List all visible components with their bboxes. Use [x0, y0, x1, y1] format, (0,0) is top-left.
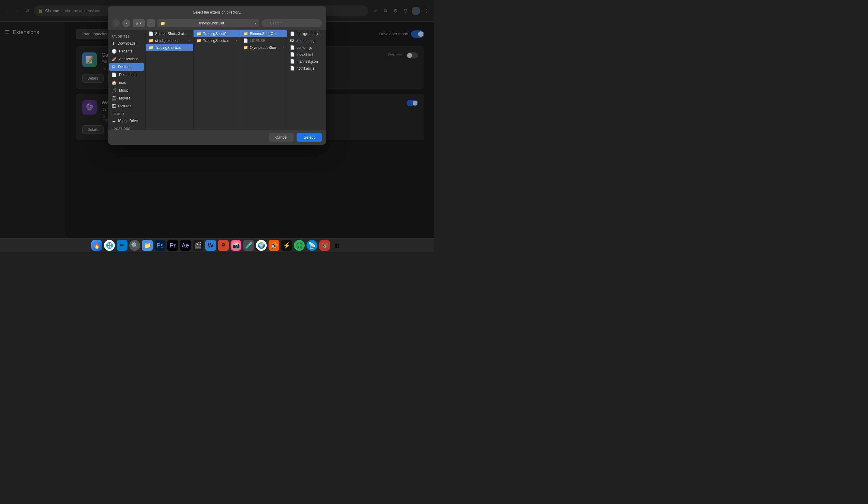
folder-label-3c: OlymptradeShortCut [250, 45, 281, 50]
folder-icon-selected: 📁 [148, 45, 153, 50]
dock-word[interactable]: W [205, 240, 216, 251]
dialog-title: Select the extension directory. [193, 10, 241, 14]
dialog-toolbar: ‹ › ⊞ ▾ ↑ 📁 BinomoShortCut ▾ 🔍 [108, 18, 326, 30]
movies-icon: 🎬 [112, 96, 117, 101]
dock-pr[interactable]: Pr [167, 240, 178, 251]
icloud-icon: ☁ [112, 119, 116, 123]
folder-icon: 📁 [148, 38, 153, 43]
dock-trash[interactable]: 🗑 [332, 240, 343, 251]
sidebar-downloads[interactable]: ⬇ Downloads [108, 40, 145, 47]
json-icon: 📄 [290, 59, 295, 64]
folder-icon-2b: 📁 [196, 38, 201, 43]
html-icon: 📄 [290, 52, 295, 56]
dock-spotify[interactable]: 🎧 [294, 240, 305, 251]
desktop-icon: 🖥 [112, 64, 116, 69]
location-text: BinomoShortCut [197, 21, 224, 25]
dock-spotlight[interactable]: 🔍 [129, 240, 140, 251]
js-label-1: background.js [297, 32, 323, 36]
file-screenshot[interactable]: 📄 Screen Shot...3 at 15.45.42 [146, 30, 193, 37]
dock-ps[interactable]: Ps [155, 240, 165, 251]
file-binomo-png[interactable]: 🖼 binomo.png [287, 37, 326, 44]
dialog-forward-btn[interactable]: › [122, 19, 130, 27]
dock-safari[interactable]: 🌍 [256, 240, 267, 251]
sidebar-mac[interactable]: 🏠 mac [108, 79, 145, 86]
html-label: index.html [297, 52, 323, 56]
dock-telegram[interactable]: 📡 [307, 240, 317, 251]
json-label: manifest.json [297, 59, 323, 64]
view-mode-button[interactable]: ⊞ ▾ [133, 19, 145, 27]
arrow-icon-2a: › [236, 32, 237, 35]
parent-dir-button[interactable]: ↑ [147, 19, 155, 27]
mac-icon: 🏠 [112, 80, 117, 85]
pictures-label: Pictures [118, 104, 131, 108]
sidebar-documents[interactable]: 📄 Documents [108, 71, 145, 79]
dock-vscode[interactable]: ✏ [117, 240, 127, 251]
file-notifikasi-js[interactable]: 📄 notifikasi.js [287, 65, 326, 72]
file-column-2: 📁 TradingShortCut › 📁 TradingShortcut › [194, 30, 240, 130]
file-olymptrade[interactable]: 📁 OlymptradeShortCut › [240, 44, 287, 51]
cancel-button[interactable]: Cancel [269, 133, 293, 142]
dock-photos[interactable]: 📷 [230, 240, 241, 251]
png-label: binomo.png [296, 39, 323, 43]
file-license: 📄 LICENSE [240, 37, 287, 44]
folder-label-selected: TradingShortcut [155, 45, 187, 50]
search-input[interactable] [262, 19, 322, 27]
file-icon-3b: 📄 [243, 38, 248, 43]
sidebar-applications[interactable]: 🚀 Applications [108, 55, 145, 63]
file-index-html[interactable]: 📄 index.html [287, 51, 326, 58]
file-simdig[interactable]: 📁 simdig blender › [146, 37, 193, 44]
dock-finalcut[interactable]: 🎬 [193, 240, 204, 251]
arrow-icon-3a: › [283, 32, 283, 35]
file-icon: 📄 [148, 31, 153, 36]
file-tradingshortcut3[interactable]: 📁 TradingShortcut › [194, 37, 240, 44]
downloads-icon: ⬇ [112, 41, 115, 46]
sidebar-recents[interactable]: 🕐 Recents [108, 47, 145, 55]
dock-ae[interactable]: Ae [180, 240, 191, 251]
folder-icon-2a: 📁 [196, 31, 201, 36]
file-background-js[interactable]: 📄 background.js [287, 30, 326, 37]
dock-chrome[interactable]: 🌐 [104, 240, 115, 251]
sidebar-icloud-drive[interactable]: ☁ iCloud Drive [108, 117, 145, 125]
folder-label-3a: BinomoShortCut [250, 32, 281, 36]
sidebar-desktop[interactable]: 🖥 Desktop [109, 63, 144, 71]
dock-capcut[interactable]: ⚡ [281, 240, 292, 251]
music-label: Music [119, 88, 128, 93]
location-dropdown[interactable]: 📁 BinomoShortCut ▾ [157, 19, 259, 27]
pictures-icon: 🖼 [112, 104, 116, 109]
folder-icon-3a: 📁 [243, 31, 248, 36]
file-binomoshortcut[interactable]: 📁 BinomoShortCut › [240, 30, 287, 37]
file-manifest-json[interactable]: 📄 manifest.json [287, 58, 326, 65]
dock-testflight[interactable]: 🧪 [243, 240, 254, 251]
mac-label: mac [119, 81, 126, 85]
recents-label: Recents [119, 49, 132, 53]
select-button[interactable]: Select [297, 133, 322, 142]
dock-finder[interactable]: 🔥 [91, 240, 102, 251]
file-tradingshortcut2[interactable]: 📁 TradingShortCut › [194, 30, 240, 37]
js-label-3: notifikasi.js [297, 66, 323, 71]
view-mode-icon: ⊞ [136, 21, 138, 25]
icloud-label: iCloud [108, 110, 145, 117]
folder-label-2a: TradingShortCut [203, 32, 234, 36]
file-tradingshortcut[interactable]: 📁 TradingShortcut › [146, 44, 193, 51]
folder-icon-3c: 📁 [243, 45, 248, 50]
desktop-label: Desktop [118, 65, 132, 69]
movies-label: Movies [119, 96, 131, 100]
dock-powerpoint[interactable]: P [218, 240, 229, 251]
music-icon: 🎵 [112, 88, 117, 93]
dock: 🔥 🌐 ✏ 🔍 📁 Ps Pr Ae 🎬 W P 📷 🧪 🌍 🔊 ⚡ 🎧 📡 🐻… [0, 238, 434, 252]
applications-icon: 🚀 [112, 56, 117, 61]
icloud-label-item: iCloud Drive [118, 119, 138, 123]
file-content-js[interactable]: 📄 content.js [287, 44, 326, 51]
recents-icon: 🕐 [112, 49, 117, 54]
folder-label-2b: TradingShortcut [203, 39, 234, 43]
sidebar-music[interactable]: 🎵 Music [108, 86, 145, 94]
dock-soundcloud[interactable]: 🔊 [269, 240, 279, 251]
dialog-back-btn[interactable]: ‹ [112, 19, 120, 27]
js-icon-2: 📄 [290, 45, 295, 50]
dock-bear[interactable]: 🐻 [319, 240, 330, 251]
sidebar-pictures[interactable]: 🖼 Pictures [108, 102, 145, 110]
sidebar-movies[interactable]: 🎬 Movies [108, 94, 145, 102]
dock-files[interactable]: 📁 [142, 240, 153, 251]
file-column-4: 📄 background.js 🖼 binomo.png 📄 content.j… [287, 30, 326, 130]
documents-label: Documents [119, 73, 137, 77]
